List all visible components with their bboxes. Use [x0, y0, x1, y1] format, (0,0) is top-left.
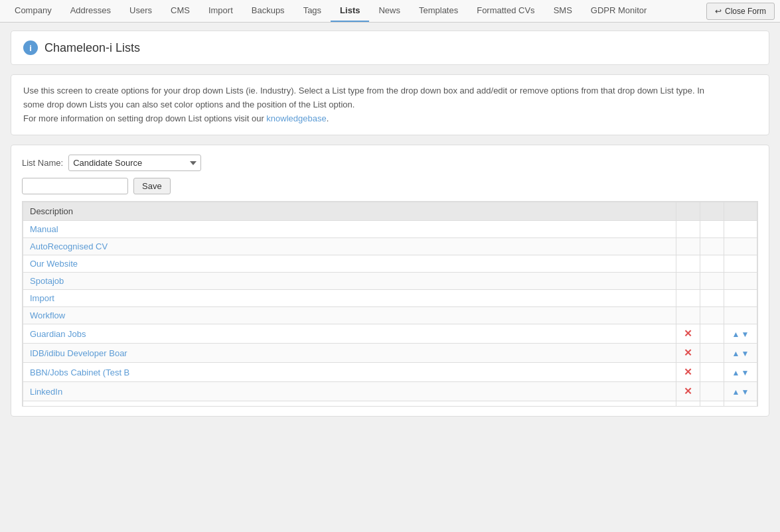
table-cell-description[interactable]: Spotajob	[23, 273, 676, 290]
table-cell-empty	[700, 401, 724, 407]
nav-item-users[interactable]: Users	[120, 0, 161, 22]
table-cell-updown[interactable]: ▲▼	[724, 324, 757, 344]
table-cell-empty1	[676, 290, 700, 307]
table-cell-description[interactable]: Import	[23, 290, 676, 307]
list-form-area: List Name: Candidate SourceIndustryJob T…	[11, 145, 769, 417]
table-cell-empty	[700, 363, 724, 382]
down-arrow-icon[interactable]: ▼	[741, 407, 749, 407]
table-row: Workflow	[23, 307, 757, 324]
table-wrapper[interactable]: Description ManualAutoRecognised CVOur W…	[22, 201, 758, 407]
table-cell-empty2	[700, 307, 724, 324]
up-arrow-icon[interactable]: ▲	[732, 349, 740, 358]
down-arrow-icon[interactable]: ▼	[741, 368, 749, 377]
table-cell-delete[interactable]: ✕	[676, 363, 700, 382]
col-header-action1	[676, 202, 700, 221]
table-cell-description[interactable]: LinkedIn	[23, 382, 676, 401]
page-title: Chameleon-i Lists	[44, 41, 140, 55]
info-line3-prefix: For more information on setting drop dow…	[23, 113, 266, 123]
delete-icon[interactable]: ✕	[684, 328, 692, 339]
col-header-action2	[700, 202, 724, 221]
table-cell-description[interactable]: BBN/Jobs Cabinet (Test B	[23, 363, 676, 382]
up-arrow-icon[interactable]: ▲	[732, 368, 740, 377]
table-cell-empty2	[700, 221, 724, 238]
table-row: Guardian Jobs✕▲▼	[23, 324, 757, 344]
nav-item-company[interactable]: Company	[5, 0, 61, 22]
nav-item-cms[interactable]: CMS	[161, 0, 199, 22]
table-cell-description[interactable]: AutoRecognised CV	[23, 238, 676, 255]
table-cell-description[interactable]: IDB/idibu Developer Boar	[23, 344, 676, 363]
table-cell-empty3	[724, 221, 757, 238]
table-cell-empty3	[724, 255, 757, 273]
nav-item-import[interactable]: Import	[199, 0, 242, 22]
table-cell-empty3	[724, 238, 757, 255]
nav-item-backups[interactable]: Backups	[242, 0, 294, 22]
nav-item-news[interactable]: News	[369, 0, 410, 22]
table-cell-updown[interactable]: ▲▼	[724, 401, 757, 407]
down-arrow-icon[interactable]: ▼	[741, 387, 749, 397]
table-cell-empty2	[700, 255, 724, 273]
table-cell-empty3	[724, 273, 757, 290]
table-cell-updown[interactable]: ▲▼	[724, 344, 757, 363]
table-row: IDB/idibu Developer Boar✕▲▼	[23, 344, 757, 363]
delete-icon[interactable]: ✕	[684, 405, 692, 407]
table-cell-empty	[700, 324, 724, 344]
table-cell-empty2	[700, 273, 724, 290]
down-arrow-icon[interactable]: ▼	[741, 349, 749, 358]
list-table: Description ManualAutoRecognised CVOur W…	[23, 202, 757, 407]
list-name-row: List Name: Candidate SourceIndustryJob T…	[22, 155, 758, 171]
down-arrow-icon[interactable]: ▼	[741, 330, 749, 339]
table-cell-delete[interactable]: ✕	[676, 324, 700, 344]
list-name-label: List Name:	[22, 158, 63, 168]
table-cell-description[interactable]: Workflow	[23, 307, 676, 324]
up-arrow-icon[interactable]: ▲	[732, 330, 740, 339]
table-cell-empty1	[676, 221, 700, 238]
exit-icon: ↩	[715, 7, 722, 16]
delete-icon[interactable]: ✕	[684, 385, 692, 397]
list-name-select[interactable]: Candidate SourceIndustryJob TypeSalaryCu…	[68, 155, 201, 171]
up-arrow-icon[interactable]: ▲	[732, 387, 740, 397]
table-cell-description[interactable]: Spotajob/Spotajob	[23, 401, 676, 407]
main-content: i Chameleon-i Lists Use this screen to c…	[0, 23, 780, 425]
close-form-button[interactable]: ↩ Close Form	[706, 3, 775, 20]
nav-item-addresses[interactable]: Addresses	[61, 0, 120, 22]
table-header-row: Description	[23, 202, 757, 221]
info-line1: Use this screen to create options for yo…	[23, 86, 704, 96]
add-item-input[interactable]	[22, 178, 128, 194]
delete-icon[interactable]: ✕	[684, 366, 692, 377]
nav-item-lists[interactable]: Lists	[331, 0, 369, 22]
table-cell-updown[interactable]: ▲▼	[724, 363, 757, 382]
table-cell-description[interactable]: Our Website	[23, 255, 676, 273]
table-cell-empty1	[676, 238, 700, 255]
table-row: LinkedIn✕▲▼	[23, 382, 757, 401]
table-cell-empty3	[724, 290, 757, 307]
table-cell-empty1	[676, 273, 700, 290]
table-cell-empty1	[676, 307, 700, 324]
table-cell-description[interactable]: Manual	[23, 221, 676, 238]
info-icon: i	[23, 40, 38, 55]
save-button[interactable]: Save	[133, 178, 171, 194]
nav-item-sms[interactable]: SMS	[544, 0, 582, 22]
table-cell-updown[interactable]: ▲▼	[724, 382, 757, 401]
top-navigation: CompanyAddressesUsersCMSImportBackupsTag…	[0, 0, 780, 23]
col-header-description: Description	[23, 202, 676, 221]
table-cell-empty	[700, 382, 724, 401]
table-row: AutoRecognised CV	[23, 238, 757, 255]
table-cell-delete[interactable]: ✕	[676, 382, 700, 401]
table-cell-empty2	[700, 290, 724, 307]
nav-item-formatted-cvs[interactable]: Formatted CVs	[467, 0, 544, 22]
up-arrow-icon[interactable]: ▲	[732, 407, 740, 407]
table-row: Our Website	[23, 255, 757, 273]
nav-item-templates[interactable]: Templates	[410, 0, 467, 22]
table-cell-description[interactable]: Guardian Jobs	[23, 324, 676, 344]
nav-item-gdpr-monitor[interactable]: GDPR Monitor	[582, 0, 657, 22]
table-cell-empty2	[700, 238, 724, 255]
nav-item-tags[interactable]: Tags	[294, 0, 331, 22]
table-row: Spotajob/Spotajob✕▲▼	[23, 401, 757, 407]
close-form-label: Close Form	[725, 7, 766, 16]
table-cell-delete[interactable]: ✕	[676, 401, 700, 407]
delete-icon[interactable]: ✕	[684, 347, 692, 358]
table-row: Spotajob	[23, 273, 757, 290]
info-box: Use this screen to create options for yo…	[11, 74, 769, 135]
knowledgebase-link[interactable]: knowledgebase	[266, 113, 326, 123]
table-cell-delete[interactable]: ✕	[676, 344, 700, 363]
